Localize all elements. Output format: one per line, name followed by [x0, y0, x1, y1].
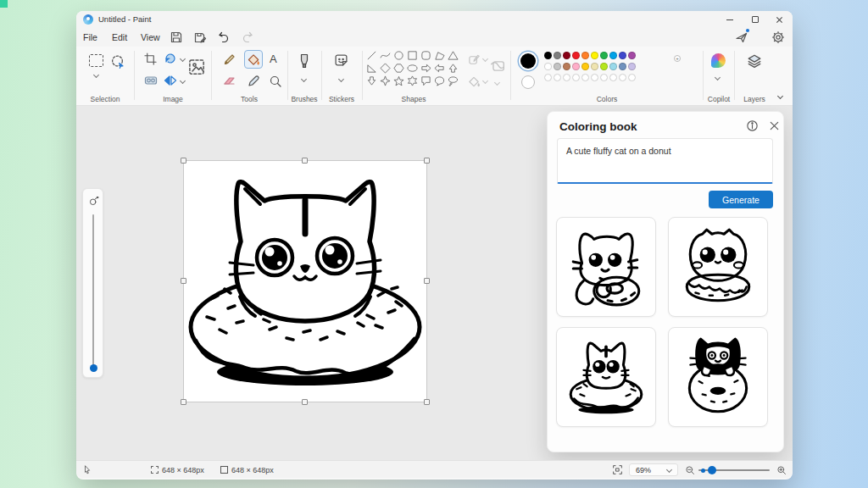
magnifier-tool-icon[interactable]	[269, 75, 282, 88]
shape-speech-oval[interactable]	[434, 75, 445, 86]
selection-handle-sw[interactable]	[181, 399, 186, 405]
ribbon-collapse-chevron-icon[interactable]	[777, 93, 783, 99]
fit-to-screen-button[interactable]	[612, 461, 623, 479]
brush-icon[interactable]	[298, 53, 311, 69]
save-icon[interactable]	[170, 30, 183, 44]
color-swatch[interactable]	[544, 63, 552, 70]
selection-dropdown-chevron-icon[interactable]	[93, 72, 99, 78]
selection-handle-se[interactable]	[424, 399, 430, 405]
shape-arrow-left[interactable]	[434, 63, 445, 74]
empty-color-swatch[interactable]	[572, 74, 580, 81]
sticker-icon[interactable]	[334, 53, 348, 68]
color-swatch[interactable]	[581, 63, 589, 70]
menu-view[interactable]: View	[137, 28, 164, 47]
menu-edit[interactable]: Edit	[108, 28, 131, 47]
result-thumbnail-1[interactable]	[556, 217, 656, 317]
account-icon[interactable]	[753, 31, 766, 45]
shape-partial-row-1[interactable]	[366, 88, 377, 92]
close-button[interactable]	[767, 11, 791, 28]
result-thumbnail-2[interactable]	[668, 217, 768, 317]
shape-diamond[interactable]	[380, 63, 391, 74]
selection-handle-w[interactable]	[181, 278, 186, 284]
panel-close-icon[interactable]	[768, 119, 781, 132]
selection-handle-ne[interactable]	[424, 158, 430, 164]
color-swatch[interactable]	[600, 63, 608, 70]
result-thumbnail-4[interactable]	[668, 327, 768, 427]
color-swatch[interactable]	[572, 52, 580, 59]
empty-color-swatch[interactable]	[563, 74, 570, 81]
shape-polygon[interactable]	[434, 50, 445, 61]
color-swatch[interactable]	[619, 52, 626, 59]
empty-color-swatch[interactable]	[628, 74, 636, 81]
rotate-icon[interactable]	[164, 52, 177, 65]
text-tool-icon[interactable]: A	[270, 53, 277, 65]
shape-oval[interactable]	[407, 63, 418, 74]
crop-icon[interactable]	[144, 53, 157, 65]
selection-handle-s[interactable]	[302, 399, 308, 405]
save-as-icon[interactable]	[193, 30, 207, 44]
shape-square[interactable]	[407, 50, 418, 61]
slider-thumb[interactable]	[90, 364, 97, 372]
shape-six-point-star[interactable]	[407, 75, 418, 86]
menu-file[interactable]: File	[80, 28, 101, 47]
color-swatch[interactable]	[572, 63, 580, 70]
undo-icon[interactable]	[217, 30, 231, 44]
selection-handle-n[interactable]	[302, 158, 308, 164]
selection-handle-nw[interactable]	[181, 158, 186, 164]
color-swatch[interactable]	[563, 52, 570, 59]
color-picker-icon[interactable]	[247, 75, 260, 88]
color-swatch[interactable]	[544, 52, 552, 59]
color-swatch[interactable]	[554, 63, 561, 70]
shape-arrow-down[interactable]	[366, 75, 377, 86]
shape-triangle[interactable]	[448, 50, 459, 61]
shape-line[interactable]	[366, 50, 377, 61]
info-icon[interactable]	[746, 119, 759, 132]
color-swatch[interactable]	[628, 63, 636, 70]
color1-swatch[interactable]	[520, 53, 536, 69]
empty-color-swatch[interactable]	[591, 74, 598, 81]
shape-hexagon[interactable]	[393, 63, 404, 74]
flip-icon[interactable]	[164, 74, 177, 87]
color-swatch[interactable]	[581, 52, 589, 59]
zoom-out-button[interactable]	[685, 461, 695, 479]
shape-right-triangle[interactable]	[366, 63, 377, 74]
prompt-input[interactable]: A cute fluffy cat on a donut	[558, 139, 772, 182]
shape-arrow-right[interactable]	[420, 63, 431, 74]
color-swatch[interactable]	[609, 52, 617, 59]
zoom-slider-thumb[interactable]	[708, 466, 716, 474]
stickers-dropdown-chevron-icon[interactable]	[338, 76, 344, 82]
rectangle-select-icon[interactable]	[89, 54, 103, 67]
color-swatch[interactable]	[609, 63, 617, 70]
shape-circle[interactable]	[393, 50, 404, 61]
color-swatch[interactable]	[554, 52, 561, 59]
slider-track[interactable]	[92, 214, 94, 365]
shape-arrow-up[interactable]	[448, 63, 459, 74]
settings-gear-icon[interactable]	[771, 30, 785, 44]
shape-thought-cloud[interactable]	[448, 75, 459, 86]
empty-color-swatch[interactable]	[619, 74, 626, 81]
empty-color-swatch[interactable]	[609, 74, 617, 81]
free-select-icon[interactable]	[110, 54, 125, 69]
shape-four-point-star[interactable]	[380, 75, 391, 86]
result-thumbnail-3[interactable]	[556, 327, 656, 427]
stamp-icon[interactable]	[144, 74, 158, 87]
copilot-icon[interactable]	[711, 53, 726, 68]
shape-curve[interactable]	[380, 50, 391, 61]
shape-rounded-square[interactable]	[420, 50, 431, 61]
color-swatch[interactable]	[600, 52, 608, 59]
shape-partial-row-2[interactable]	[380, 88, 391, 92]
brushes-dropdown-chevron-icon[interactable]	[301, 76, 307, 82]
generate-button[interactable]: Generate	[709, 191, 773, 208]
color-swatch[interactable]	[591, 63, 598, 70]
empty-color-swatch[interactable]	[581, 74, 589, 81]
color-swatch[interactable]	[619, 63, 626, 70]
layers-icon[interactable]	[747, 53, 762, 69]
color-swatch[interactable]	[563, 63, 570, 70]
shape-speech-rectangle[interactable]	[420, 75, 431, 86]
pencil-icon[interactable]	[223, 53, 236, 66]
empty-color-swatch[interactable]	[600, 74, 608, 81]
share-icon[interactable]	[735, 30, 748, 44]
shape-five-point-star[interactable]	[393, 75, 404, 86]
color2-swatch[interactable]	[521, 75, 535, 89]
color-swatch[interactable]	[591, 52, 598, 59]
